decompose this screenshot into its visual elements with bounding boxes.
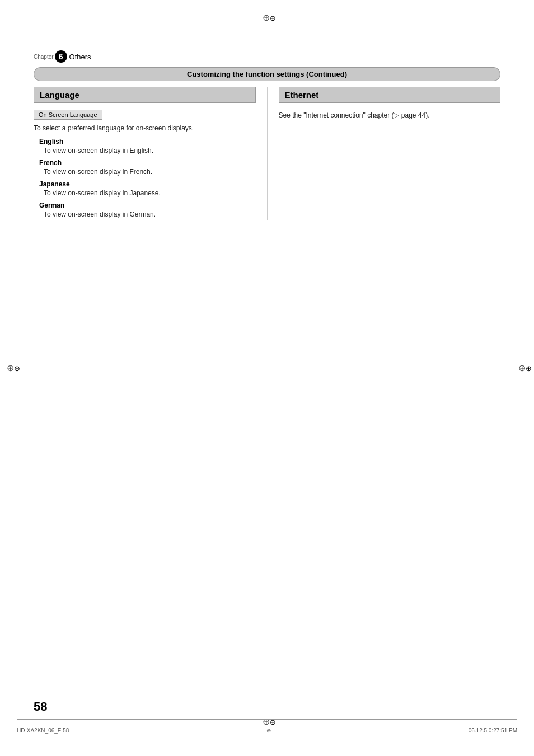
- language-item-english-heading: English: [39, 138, 256, 145]
- reg-mark-left: ⊕: [7, 363, 16, 372]
- cross-ref-arrow-icon: ▷: [394, 110, 399, 121]
- footer-area: HD-XA2KN_06_E 58 ⊕ 06.12.5 0:27:51 PM: [17, 727, 517, 734]
- footer-line: [17, 719, 517, 720]
- language-items-list: English To view on-screen display in Eng…: [34, 138, 256, 218]
- footer-center-mark: ⊕: [266, 727, 271, 734]
- language-item-german-heading: German: [39, 201, 256, 209]
- ethernet-cross-ref: See the "Internet connection" chapter (▷…: [279, 110, 501, 121]
- chapter-title: Others: [69, 53, 91, 61]
- cross-ref-text: See the "Internet connection" chapter (: [279, 111, 394, 119]
- ethernet-section-heading: Ethernet: [279, 87, 501, 103]
- chapter-number: 6: [55, 50, 67, 63]
- cross-ref-page: page 44).: [399, 111, 429, 119]
- page-number: 58: [34, 699, 47, 713]
- language-item-french-heading: French: [39, 159, 256, 167]
- subtitle-banner: Customizing the function settings (Conti…: [34, 67, 500, 81]
- top-horizontal-line: [17, 48, 517, 48]
- reg-mark-bottom: ⊕: [263, 716, 271, 725]
- on-screen-language-badge: On Screen Language: [34, 110, 102, 120]
- subtitle-text: Customizing the function settings (Conti…: [187, 70, 347, 78]
- chapter-header: Chapter 6 Others: [34, 50, 91, 63]
- language-item-english-desc: To view on-screen display in English.: [44, 147, 256, 154]
- footer-right-text: 06.12.5 0:27:51 PM: [469, 727, 517, 734]
- border-line-left: [17, 0, 17, 756]
- language-item-french-desc: To view on-screen display in French.: [44, 168, 256, 176]
- language-item-japanese-desc: To view on-screen display in Japanese.: [44, 189, 256, 197]
- reg-mark-right: ⊕: [518, 363, 527, 372]
- language-intro: To select a preferred language for on-sc…: [34, 123, 256, 133]
- language-item-japanese-heading: Japanese: [39, 180, 256, 188]
- left-column: Language On Screen Language To select a …: [34, 87, 268, 220]
- language-item-german-desc: To view on-screen display in German.: [44, 210, 256, 218]
- page-number-area: 58: [34, 699, 47, 714]
- border-line-right: [517, 0, 517, 756]
- chapter-label: Chapter: [34, 54, 54, 60]
- right-column: Ethernet See the "Internet connection" c…: [268, 87, 501, 220]
- reg-mark-top: ⊕: [263, 12, 271, 21]
- footer-left-text: HD-XA2KN_06_E 58: [17, 727, 69, 734]
- main-content: Language On Screen Language To select a …: [34, 87, 500, 220]
- language-section-heading: Language: [34, 87, 256, 103]
